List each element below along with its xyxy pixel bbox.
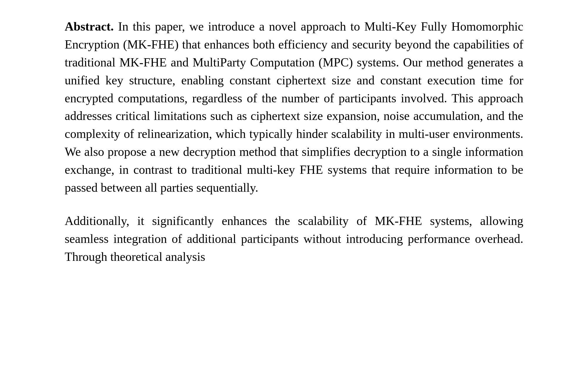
abstract-paragraph-2: Additionally, it significantly enhances … <box>65 212 523 266</box>
abstract-text-2: Additionally, it significantly enhances … <box>65 214 523 263</box>
page-content: Abstract. In this paper, we introduce a … <box>65 0 523 283</box>
abstract-text-1: In this paper, we introduce a novel appr… <box>65 20 523 194</box>
abstract-label: Abstract. <box>65 20 114 33</box>
abstract-paragraph-1: Abstract. In this paper, we introduce a … <box>65 18 523 197</box>
